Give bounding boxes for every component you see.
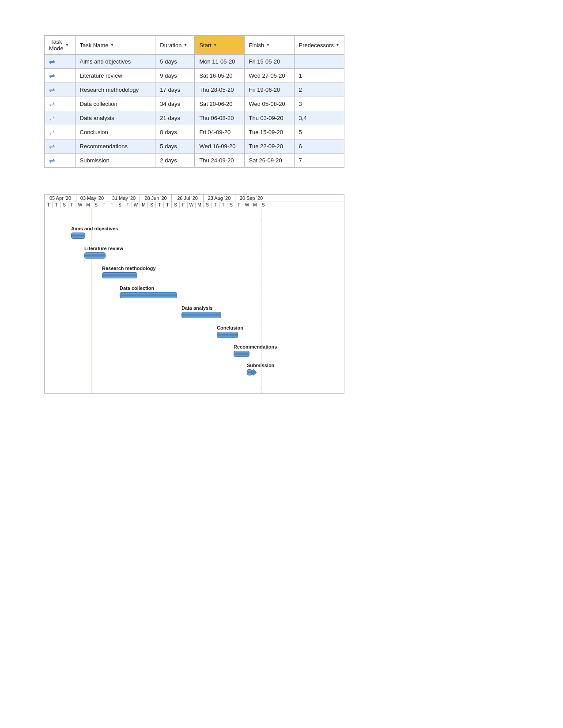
task-mode-icon: ⇌: [49, 156, 55, 165]
sort-icon-finish: ▼: [266, 43, 270, 47]
task-finish-cell: Fri 19-06-20: [244, 83, 294, 97]
gantt-month-label: 05 Apr '20: [45, 195, 76, 202]
gantt-day-label: F: [180, 202, 188, 208]
col-header-finish[interactable]: Finish ▼: [244, 36, 294, 55]
col-header-mode-label: TaskMode: [49, 38, 64, 52]
gantt-task-label: Literature review: [84, 246, 123, 251]
gantt-day-label: T: [212, 202, 219, 208]
gantt-day-label: T: [53, 202, 60, 208]
sort-icon-duration: ▼: [183, 43, 187, 47]
gantt-day-label: M: [196, 202, 204, 208]
gantt-day-label: S: [116, 202, 124, 208]
gantt-month-label: 26 Jul '20: [172, 195, 204, 202]
col-header-mode[interactable]: TaskMode ▼: [45, 36, 76, 55]
task-name-cell: Aims and objectives: [75, 55, 155, 69]
task-name-cell: Data analysis: [75, 111, 155, 125]
table-row: ⇌Research methodology17 daysThu 28-05-20…: [45, 83, 344, 97]
gantt-day-label: W: [243, 202, 251, 208]
today-line: [91, 208, 91, 393]
gantt-task-bar: [71, 233, 85, 239]
col-header-predecessors[interactable]: Predecessors ▼: [294, 36, 344, 55]
task-mode-cell: ⇌: [45, 55, 76, 69]
gantt-task-label: Data collection: [120, 285, 154, 291]
gantt-task-bar: [120, 292, 177, 298]
col-header-start[interactable]: Start ▼: [195, 36, 244, 55]
table-row: ⇌Data analysis21 daysThu 06-08-20Thu 03-…: [45, 111, 344, 125]
task-start-cell: Sat 20-06-20: [195, 97, 244, 111]
task-start-cell: Thu 28-05-20: [195, 83, 244, 97]
table-row: ⇌Recommendations5 daysWed 16-09-20Tue 22…: [45, 139, 344, 154]
task-name-cell: Data collection: [75, 97, 155, 111]
task-predecessors-cell: 6: [294, 139, 344, 154]
task-predecessors-cell: 1: [294, 69, 344, 83]
task-name-cell: Recommendations: [75, 139, 155, 154]
table-row: ⇌Aims and objectives5 daysMon 11-05-20Fr…: [45, 55, 344, 69]
sort-icon-start: ▼: [213, 43, 217, 47]
task-duration-cell: 34 days: [155, 97, 195, 111]
task-mode-cell: ⇌: [45, 83, 76, 97]
gantt-task-bar: [217, 332, 238, 338]
gantt-day-label: T: [219, 202, 227, 208]
task-finish-cell: Sat 26-09-20: [244, 154, 294, 168]
task-mode-icon: ⇌: [49, 114, 55, 122]
task-start-cell: Thu 06-08-20: [195, 111, 244, 125]
gantt-task-label: Conclusion: [217, 325, 243, 330]
gantt-table: TaskMode ▼ Task Name ▼ Duration ▼ Start: [44, 35, 344, 168]
task-predecessors-cell: 2: [294, 83, 344, 97]
sort-icon-mode: ▼: [65, 43, 69, 47]
task-mode-icon: ⇌: [49, 142, 55, 150]
task-start-cell: Fri 04-09-20: [195, 125, 244, 139]
task-mode-icon: ⇌: [49, 86, 55, 94]
task-finish-cell: Tue 15-09-20: [244, 125, 294, 139]
col-header-name-label: Task Name: [80, 42, 109, 49]
gantt-task-label: Recommendations: [234, 344, 277, 349]
task-duration-cell: 5 days: [155, 139, 195, 154]
task-start-cell: Wed 16-09-20: [195, 139, 244, 154]
gantt-day-label: W: [76, 202, 84, 208]
col-header-predecessors-label: Predecessors: [299, 42, 334, 49]
gantt-day-label: S: [204, 202, 212, 208]
sort-icon-predecessors: ▼: [336, 43, 340, 47]
task-mode-icon: ⇌: [49, 100, 55, 108]
gantt-day-label: W: [132, 202, 140, 208]
task-start-cell: Mon 11-05-20: [195, 55, 244, 69]
task-duration-cell: 9 days: [155, 69, 195, 83]
task-duration-cell: 17 days: [155, 83, 195, 97]
gantt-month-label: 20 Sep '20: [235, 195, 267, 202]
gantt-month-label: 03 May '20: [76, 195, 108, 202]
task-name-cell: Conclusion: [75, 125, 155, 139]
task-mode-cell: ⇌: [45, 111, 76, 125]
task-mode-icon: ⇌: [49, 128, 55, 136]
gantt-task-bar: [102, 272, 137, 278]
table-row: ⇌Submission2 daysThu 24-09-20Sat 26-09-2…: [45, 154, 344, 168]
task-finish-cell: Wed 05-08-20: [244, 97, 294, 111]
task-predecessors-cell: 3: [294, 97, 344, 111]
gantt-day-label: S: [172, 202, 180, 208]
task-finish-cell: Fri 15-05-20: [244, 55, 294, 69]
gantt-day-label: M: [251, 202, 259, 208]
task-start-cell: Sat 16-05-20: [195, 69, 244, 83]
task-name-cell: Research methodology: [75, 83, 155, 97]
col-header-name[interactable]: Task Name ▼: [75, 36, 155, 55]
sort-icon-name: ▼: [110, 43, 114, 47]
task-duration-cell: 2 days: [155, 154, 195, 168]
gantt-task-label: Data analysis: [181, 305, 212, 311]
task-predecessors-cell: [294, 55, 344, 69]
col-header-finish-label: Finish: [249, 42, 264, 49]
col-header-duration[interactable]: Duration ▼: [155, 36, 195, 55]
gantt-day-label: T: [108, 202, 116, 208]
table-row: ⇌Literature review9 daysSat 16-05-20Wed …: [45, 69, 344, 83]
task-predecessors-cell: 5: [294, 125, 344, 139]
col-header-start-label: Start: [199, 42, 211, 49]
task-name-cell: Literature review: [75, 69, 155, 83]
task-finish-cell: Wed 27-05-20: [244, 69, 294, 83]
gantt-chart: 05 Apr '2003 May '2031 May '2028 Jun '20…: [44, 194, 344, 394]
gantt-task-label: Research methodology: [102, 266, 156, 271]
gantt-day-label: S: [148, 202, 156, 208]
task-name-cell: Submission: [75, 154, 155, 168]
gantt-day-label: T: [164, 202, 172, 208]
gantt-task-label: Submission: [247, 363, 274, 368]
table-row: ⇌Conclusion8 daysFri 04-09-20Tue 15-09-2…: [45, 125, 344, 139]
task-mode-icon: ⇌: [49, 71, 55, 80]
task-finish-cell: Tue 22-09-20: [244, 139, 294, 154]
